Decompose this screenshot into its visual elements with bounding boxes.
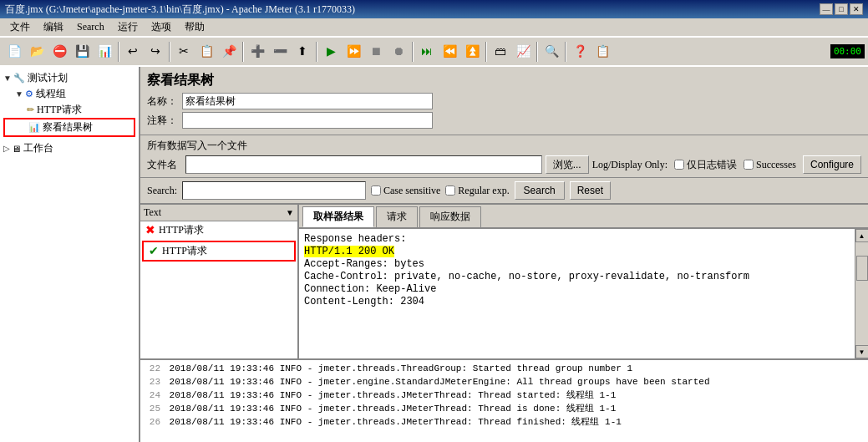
name-row: 名称： <box>147 93 861 109</box>
run-button[interactable]: ▶ <box>320 41 342 63</box>
minimize-button[interactable]: — <box>820 3 833 15</box>
new-button[interactable]: 📄 <box>3 41 25 63</box>
error-log-checkbox[interactable] <box>674 160 684 170</box>
close-button[interactable]: ✕ <box>850 3 863 15</box>
chart-button[interactable]: 📈 <box>512 41 534 63</box>
response-line-4: Connection: Keep-Alive <box>304 283 850 295</box>
log-panel: 22 2018/08/11 19:33:46 INFO - jmeter.thr… <box>140 358 868 442</box>
run-all-button[interactable]: ⏩ <box>343 41 364 63</box>
tree-item-result-tree[interactable]: 📊 察看结果树 <box>3 118 135 137</box>
remote-stop2-button[interactable]: ⏫ <box>461 41 483 63</box>
result-list-header-text: Text <box>144 206 286 219</box>
result-item-label-0: HTTP请求 <box>159 223 204 237</box>
case-sensitive-checkbox[interactable] <box>371 185 381 196</box>
comment-row: 注释： <box>147 112 861 129</box>
menu-file[interactable]: 文件 <box>3 18 37 36</box>
move-up-button[interactable]: ⬆ <box>292 41 313 63</box>
extra-button[interactable]: 📋 <box>591 41 613 63</box>
save-button[interactable]: 💾 <box>71 41 93 63</box>
remote-stop-button[interactable]: ⏪ <box>439 41 460 63</box>
test-plan-label: 测试计划 <box>28 71 68 85</box>
test-plan-icon: 🔧 <box>13 73 25 84</box>
response-line-5: Content-Length: 2304 <box>304 296 850 307</box>
menu-help[interactable]: 帮助 <box>178 18 211 36</box>
comment-input[interactable] <box>182 112 433 129</box>
search-label: Search: <box>147 185 177 197</box>
scroll-up-arrow[interactable]: ▲ <box>855 229 869 242</box>
log-num-1: 23 <box>144 375 160 389</box>
log-display-row: Log/Display Only: 仅日志错误 Successes Config… <box>592 155 861 174</box>
right-panel: 察看结果树 名称： 注释： 所有数据写入一个文件 文件名 浏览... Log/D… <box>140 67 868 442</box>
expand-button[interactable]: ➕ <box>246 41 268 63</box>
copy-button[interactable]: 📋 <box>195 41 217 63</box>
log-line-2: 24 2018/08/11 19:33:46 INFO - jmeter.thr… <box>144 389 865 402</box>
template-button[interactable]: 📊 <box>94 41 115 63</box>
tree-item-http-request[interactable]: ✏ HTTP请求 <box>3 102 135 118</box>
menu-search[interactable]: Search <box>70 19 111 35</box>
menu-run[interactable]: 运行 <box>111 18 145 36</box>
tab-sampler-result[interactable]: 取样器结果 <box>302 206 374 227</box>
reset-button[interactable]: Reset <box>570 181 611 200</box>
file-section-title: 所有数据写入一个文件 <box>147 139 861 153</box>
browse-button[interactable]: 浏览... <box>546 155 589 174</box>
comment-label: 注释： <box>147 114 177 128</box>
result-item-label-1: HTTP请求 <box>162 244 207 258</box>
success-label: Successes <box>756 159 796 171</box>
regex-text: Regular exp. <box>458 185 509 197</box>
tree-item-thread-group[interactable]: ▼ ⚙ 线程组 <box>3 86 135 102</box>
error-log-checkbox-label: 仅日志错误 <box>674 158 737 172</box>
result-item-1[interactable]: ✔ HTTP请求 <box>142 241 296 262</box>
dropdown-icon[interactable]: ▼ <box>286 208 294 217</box>
undo-button[interactable]: ↩ <box>122 41 144 63</box>
configure-button[interactable]: Configure <box>803 155 861 174</box>
remote-run-button[interactable]: ⏭ <box>416 41 438 63</box>
tree-item-workbench[interactable]: ▷ 🖥 工作台 <box>3 140 135 156</box>
detail-content: Response headers: HTTP/1.1 200 OK Accept… <box>299 229 855 358</box>
tab-request[interactable]: 请求 <box>376 206 418 227</box>
redo-button[interactable]: ↪ <box>145 41 166 63</box>
stop2-button[interactable]: ⏺ <box>388 41 409 63</box>
log-text-4: 2018/08/11 19:33:46 INFO - jmeter.thread… <box>170 417 622 427</box>
response-highlighted: HTTP/1.1 200 OK <box>304 246 394 257</box>
regex-checkbox[interactable] <box>445 185 455 196</box>
search-input[interactable] <box>182 181 366 200</box>
result-tree-icon: 📊 <box>28 122 40 133</box>
case-sensitive-text: Case sensitive <box>383 185 440 197</box>
thread-group-icon: ⚙ <box>25 89 33 99</box>
separator-6 <box>485 42 487 62</box>
separator-5 <box>412 42 414 62</box>
search-toolbar-button[interactable]: 🔍 <box>541 41 562 63</box>
response-line-2: Accept-Ranges: bytes <box>304 258 850 270</box>
log-text-0: 2018/08/11 19:33:46 INFO - jmeter.thread… <box>170 363 633 373</box>
log-text-3: 2018/08/11 19:33:46 INFO - jmeter.thread… <box>170 404 617 414</box>
result-item-0[interactable]: ✖ HTTP请求 <box>140 221 297 239</box>
name-input[interactable] <box>182 93 433 109</box>
tab-response-data[interactable]: 响应数据 <box>419 206 481 227</box>
result-list: Text ▼ ✖ HTTP请求 ✔ HTTP请求 <box>140 205 299 358</box>
open-button[interactable]: 📂 <box>26 41 48 63</box>
cut-button[interactable]: ✂ <box>173 41 195 63</box>
scroll-down-arrow[interactable]: ▼ <box>855 345 869 358</box>
error-button[interactable]: ⛔ <box>48 41 70 63</box>
menubar: 文件 编辑 Search 运行 选项 帮助 <box>0 18 868 37</box>
table-button[interactable]: 🗃 <box>490 41 511 63</box>
search-button[interactable]: Search <box>515 181 565 200</box>
menu-options[interactable]: 选项 <box>145 18 178 36</box>
log-line-4: 26 2018/08/11 19:33:46 INFO - jmeter.thr… <box>144 415 865 429</box>
tree-item-test-plan[interactable]: ▼ 🔧 测试计划 <box>3 70 135 86</box>
paste-button[interactable]: 📌 <box>218 41 240 63</box>
detail-scrollbar[interactable]: ▲ ▼ <box>855 229 868 358</box>
stop-button[interactable]: ⏹ <box>365 41 387 63</box>
collapse-button[interactable]: ➖ <box>269 41 291 63</box>
menu-edit[interactable]: 编辑 <box>37 18 70 36</box>
log-num-2: 24 <box>144 389 160 402</box>
log-line-0: 22 2018/08/11 19:33:46 INFO - jmeter.thr… <box>144 362 865 375</box>
help-toolbar-button[interactable]: ❓ <box>569 41 591 63</box>
scroll-thumb[interactable] <box>856 256 868 281</box>
separator-1 <box>118 42 119 62</box>
file-input[interactable] <box>185 155 542 174</box>
maximize-button[interactable]: □ <box>835 3 848 15</box>
success-checkbox[interactable] <box>744 160 754 170</box>
timer-display: 00:00 <box>830 44 865 58</box>
panel-title: 察看结果树 <box>147 72 861 89</box>
